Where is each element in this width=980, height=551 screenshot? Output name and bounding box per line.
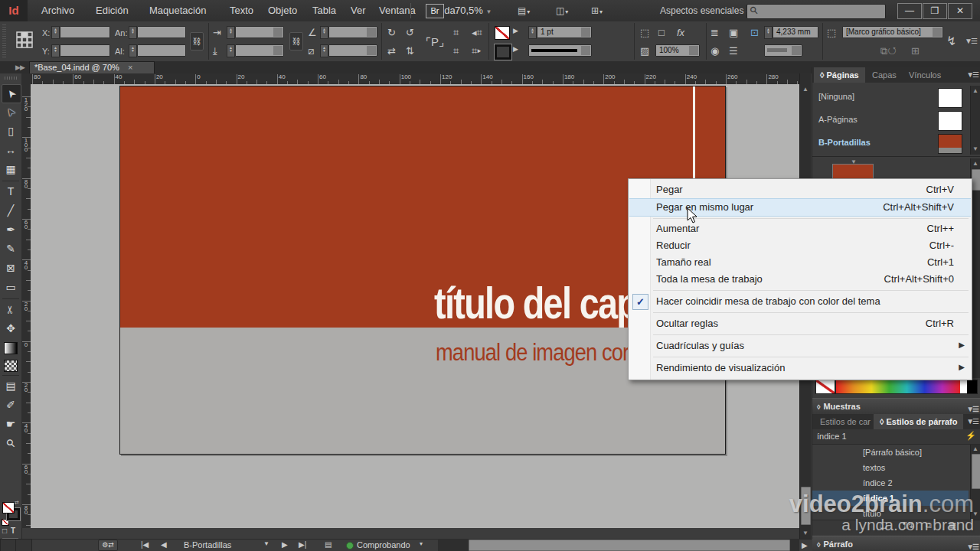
flip-horizontal-icon[interactable]: ⇄ bbox=[387, 45, 396, 57]
line-tool[interactable]: ╱ bbox=[2, 202, 20, 220]
opacity-field[interactable]: 100% bbox=[655, 44, 700, 57]
type-tool[interactable]: T bbox=[2, 183, 20, 201]
menu-item-pegar[interactable]: PegarCtrl+V bbox=[629, 181, 971, 198]
select-content-icon[interactable]: ⌗ bbox=[453, 45, 459, 57]
scale-y-field[interactable] bbox=[235, 44, 284, 57]
next-page-icon[interactable]: ▶ bbox=[282, 540, 288, 549]
view-options-dropdown[interactable]: ▤▾ bbox=[518, 5, 531, 17]
new-style-icon[interactable]: ⧉ bbox=[926, 520, 932, 530]
menu-tabla[interactable]: Tabla bbox=[305, 0, 344, 21]
menu-item-rendimiento-de-visualizacion[interactable]: Rendimiento de visualización▶ bbox=[629, 360, 971, 377]
frame-tool[interactable]: ⊠ bbox=[2, 259, 20, 277]
scissors-tool[interactable]: ✂ bbox=[2, 301, 20, 318]
gradient-swatch-tool[interactable] bbox=[4, 342, 18, 354]
menu-item-toda-la-mesa-de-trabajo[interactable]: Toda la mesa de trabajoCtrl+Alt+Shift+0 bbox=[629, 271, 971, 288]
wrap-bounding-box-icon[interactable]: ▣ bbox=[729, 27, 738, 38]
y-field[interactable] bbox=[60, 44, 110, 57]
gap-field[interactable]: 4,233 mm bbox=[773, 26, 818, 38]
wrap-object-shape-icon[interactable]: ◉ bbox=[710, 45, 719, 57]
last-page-icon[interactable]: ▶| bbox=[299, 540, 306, 549]
tab-capas[interactable]: Capas bbox=[866, 67, 903, 83]
tab-vinculos[interactable]: Vínculos bbox=[903, 67, 947, 83]
shear-field[interactable] bbox=[328, 44, 377, 57]
stroke-swatch[interactable] bbox=[495, 44, 511, 60]
gradient-feather-tool[interactable] bbox=[4, 360, 18, 372]
arrange-documents-dropdown[interactable]: ⊞▾ bbox=[591, 5, 603, 17]
style-row-parrafo-basico[interactable]: [Párrafo básico] bbox=[812, 445, 969, 460]
object-style-icon[interactable]: ⬚ bbox=[827, 27, 836, 38]
menu-item-hacer-coincidir-mesa[interactable]: ✓ Hacer coincidir mesa de trabajo con co… bbox=[629, 293, 971, 310]
window-close-button[interactable]: ✕ bbox=[948, 3, 972, 19]
scroll-up-icon[interactable]: ▲ bbox=[971, 87, 980, 94]
selection-tool[interactable]: ➤ bbox=[2, 84, 21, 103]
menu-maquetacion[interactable]: Maquetación bbox=[142, 0, 214, 21]
free-transform-tool[interactable]: ✥ bbox=[2, 320, 20, 337]
style-row-titulo[interactable]: título bbox=[812, 506, 969, 521]
scroll-down-icon[interactable]: ▼ bbox=[971, 145, 980, 152]
width-field[interactable] bbox=[137, 26, 186, 38]
formatting-affects-text-icon[interactable]: T bbox=[11, 527, 15, 535]
x-stepper[interactable]: ▲▼ bbox=[51, 26, 60, 39]
select-container-icon[interactable]: ⌜P⌟ bbox=[426, 35, 444, 49]
stroke-dropdown-arrow[interactable]: ▶ bbox=[513, 45, 518, 53]
menu-item-aumentar[interactable]: AumentarCtrl++ bbox=[629, 220, 971, 237]
menu-archivo[interactable]: Archivo bbox=[34, 0, 82, 21]
menu-item-pegar-en-mismo-lugar[interactable]: Pegar en mismo lugarCtrl+Alt+Shift+V bbox=[629, 198, 971, 217]
fill-dropdown-arrow[interactable]: ▶ bbox=[513, 27, 518, 34]
style-row-indice-1-selected[interactable]: índice 1 bbox=[812, 491, 969, 506]
zoom-level-dropdown[interactable]: 70,5% ▼ bbox=[455, 0, 492, 21]
rotate-90-ccw-icon[interactable]: ↺ bbox=[406, 27, 414, 38]
scale-link-icon[interactable]: ⛓ bbox=[289, 32, 303, 51]
flip-vertical-icon[interactable]: ⇅ bbox=[406, 45, 414, 57]
page-tool[interactable]: ▯ bbox=[2, 122, 20, 140]
horizontal-scroll-thumb[interactable] bbox=[469, 540, 790, 551]
height-field[interactable] bbox=[137, 44, 186, 57]
rotation-field[interactable] bbox=[328, 26, 377, 38]
chapter-subtitle-text[interactable]: manual de imagen corp bbox=[436, 339, 640, 367]
master-page-row-selected[interactable]: B-Portadillas bbox=[812, 132, 969, 155]
fill-swatch-none[interactable] bbox=[495, 26, 510, 40]
scale-x-field[interactable] bbox=[235, 26, 284, 38]
masters-scrollbar[interactable]: ▲ ▼ bbox=[970, 86, 980, 155]
zoom-tool[interactable]: ⚲ bbox=[2, 435, 20, 452]
shear-stepper[interactable]: ▲▼ bbox=[320, 44, 328, 57]
chapter-title-text[interactable]: título del capí bbox=[434, 278, 646, 328]
tab-estilos-de-caracter[interactable]: Estilos de car bbox=[814, 414, 877, 429]
rectangle-tool[interactable]: ▭ bbox=[2, 279, 20, 296]
scale-x-stepper[interactable]: ▲▼ bbox=[227, 26, 235, 39]
document-tab[interactable]: *Base_04.indd @ 70% × bbox=[29, 61, 155, 74]
clear-overrides-icon[interactable]: ⊞ bbox=[911, 45, 920, 57]
x-field[interactable] bbox=[60, 26, 110, 38]
direct-selection-tool[interactable]: ➤ bbox=[2, 103, 20, 121]
scroll-thumb[interactable] bbox=[972, 454, 980, 489]
select-previous-object-icon[interactable]: ⌗ bbox=[453, 27, 459, 39]
height-stepper[interactable]: ▲▼ bbox=[129, 44, 137, 57]
window-restore-button[interactable]: ❐ bbox=[923, 3, 947, 19]
control-panel-menu-icon[interactable]: ▼☰ bbox=[965, 37, 977, 45]
first-page-icon[interactable]: |◀ bbox=[141, 540, 149, 549]
eyedropper-tool[interactable]: ✐ bbox=[2, 396, 20, 414]
hand-tool[interactable]: ☛ bbox=[2, 416, 20, 433]
formatting-affects-container-icon[interactable]: □ bbox=[2, 527, 7, 535]
new-style-group-icon[interactable]: ❑ bbox=[880, 520, 887, 530]
bridge-button[interactable]: Br bbox=[426, 4, 444, 18]
constrain-proportions-link-icon[interactable]: ⛓ bbox=[190, 32, 204, 51]
menu-texto[interactable]: Texto bbox=[222, 0, 261, 21]
paragraph-panel-menu-icon[interactable]: ▼☰ bbox=[966, 540, 978, 551]
master-page-row[interactable]: A-Páginas bbox=[812, 109, 969, 132]
preflight-panel-icon[interactable]: ▤ bbox=[325, 540, 332, 549]
document-tab-close-icon[interactable]: × bbox=[128, 63, 132, 72]
stroke-weight-stepper[interactable]: ▲▼ bbox=[528, 26, 537, 39]
styles-scrollbar[interactable]: ▲ ▼ bbox=[970, 445, 980, 520]
scroll-down-icon[interactable]: ▼ bbox=[800, 530, 811, 536]
reference-point-proxy[interactable] bbox=[15, 31, 34, 51]
scroll-up-icon[interactable]: ▲ bbox=[971, 160, 980, 167]
screen-mode-dropdown[interactable]: ◫▾ bbox=[556, 5, 569, 17]
delete-style-icon[interactable]: ▦ bbox=[949, 520, 956, 530]
rotation-stepper[interactable]: ▲▼ bbox=[320, 26, 328, 39]
width-stepper[interactable]: ▲▼ bbox=[129, 26, 137, 39]
menu-ver[interactable]: Ver bbox=[343, 0, 374, 21]
menu-item-tamano-real[interactable]: Tamaño realCtrl+1 bbox=[629, 254, 971, 271]
hscroll-right-icon[interactable]: ▶ bbox=[802, 541, 808, 549]
previous-page-icon[interactable]: ◀ bbox=[161, 540, 167, 549]
